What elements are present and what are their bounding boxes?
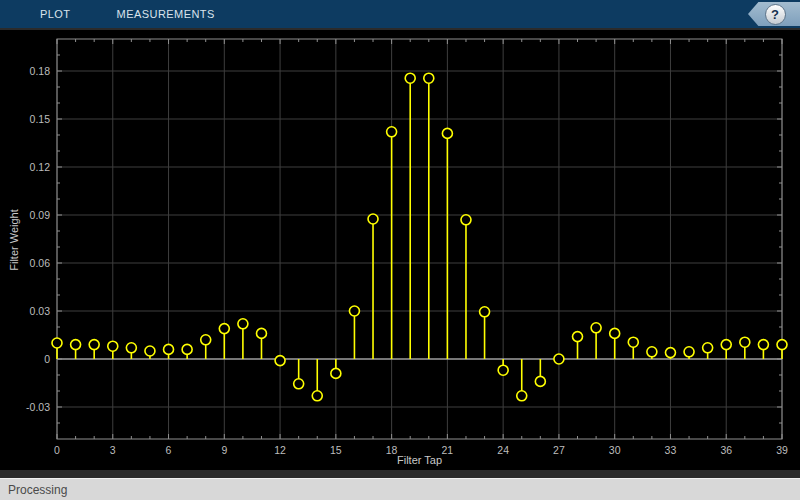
figure-area: 036912151821242730333639-0.0300.030.060.… bbox=[0, 30, 800, 470]
plot-background[interactable] bbox=[57, 39, 782, 439]
stem-marker bbox=[182, 344, 192, 354]
stem-marker bbox=[703, 343, 713, 353]
stem-marker bbox=[610, 328, 620, 338]
toolstrip: PLOT MEASUREMENTS ? bbox=[0, 0, 800, 28]
stem-marker bbox=[164, 344, 174, 354]
stem-marker bbox=[71, 340, 81, 350]
stem-marker bbox=[126, 343, 136, 353]
y-tick-label: 0.06 bbox=[30, 257, 51, 269]
stem-marker bbox=[517, 391, 527, 401]
x-axis-label: Filter Tap bbox=[57, 454, 782, 466]
help-icon[interactable]: ? bbox=[765, 4, 786, 25]
stem-marker bbox=[275, 356, 285, 366]
stem-marker bbox=[294, 379, 304, 389]
stem-marker bbox=[201, 335, 211, 345]
stem-marker bbox=[442, 128, 452, 138]
y-tick-label: 0.18 bbox=[30, 65, 51, 77]
stem-marker bbox=[498, 365, 508, 375]
stem-marker bbox=[405, 73, 415, 83]
stem-marker bbox=[684, 347, 694, 357]
tab-measurements[interactable]: MEASUREMENTS bbox=[111, 0, 221, 28]
y-tick-label: 0.15 bbox=[30, 113, 51, 125]
stem-marker bbox=[647, 347, 657, 357]
stem-marker bbox=[591, 323, 601, 333]
stem-marker bbox=[368, 214, 378, 224]
y-axis-label: Filter Weight bbox=[8, 209, 20, 271]
y-tick-label: 0.03 bbox=[30, 305, 51, 317]
stem-marker bbox=[424, 73, 434, 83]
stem-marker bbox=[145, 346, 155, 356]
help-banner[interactable]: ? bbox=[748, 2, 800, 26]
stem-marker bbox=[535, 376, 545, 386]
y-tick-label: -0.03 bbox=[26, 401, 50, 413]
stem-marker bbox=[238, 319, 248, 329]
stem-marker bbox=[721, 340, 731, 350]
stem-marker bbox=[219, 324, 229, 334]
stem-marker bbox=[52, 338, 62, 348]
stem-marker bbox=[331, 368, 341, 378]
stem-marker bbox=[89, 340, 99, 350]
stem-marker bbox=[480, 307, 490, 317]
tab-plot[interactable]: PLOT bbox=[34, 0, 77, 28]
stem-marker bbox=[554, 354, 564, 364]
stem-marker bbox=[628, 337, 638, 347]
stem-marker bbox=[349, 306, 359, 316]
y-tick-label: 0.09 bbox=[30, 209, 51, 221]
y-tick-label: 0 bbox=[44, 353, 50, 365]
stem-marker bbox=[461, 215, 471, 225]
stem-marker bbox=[108, 341, 118, 351]
status-text: Processing bbox=[0, 483, 67, 497]
stem-marker bbox=[573, 332, 583, 342]
y-tick-label: 0.12 bbox=[30, 161, 51, 173]
stem-marker bbox=[740, 337, 750, 347]
stem-marker bbox=[387, 127, 397, 137]
stem-marker bbox=[777, 340, 787, 350]
stem-plot[interactable]: 036912151821242730333639-0.0300.030.060.… bbox=[0, 30, 800, 470]
stem-marker bbox=[256, 328, 266, 338]
stem-marker bbox=[312, 391, 322, 401]
stem-marker bbox=[665, 348, 675, 358]
stem-marker bbox=[758, 340, 768, 350]
status-bar: Processing bbox=[0, 478, 800, 500]
